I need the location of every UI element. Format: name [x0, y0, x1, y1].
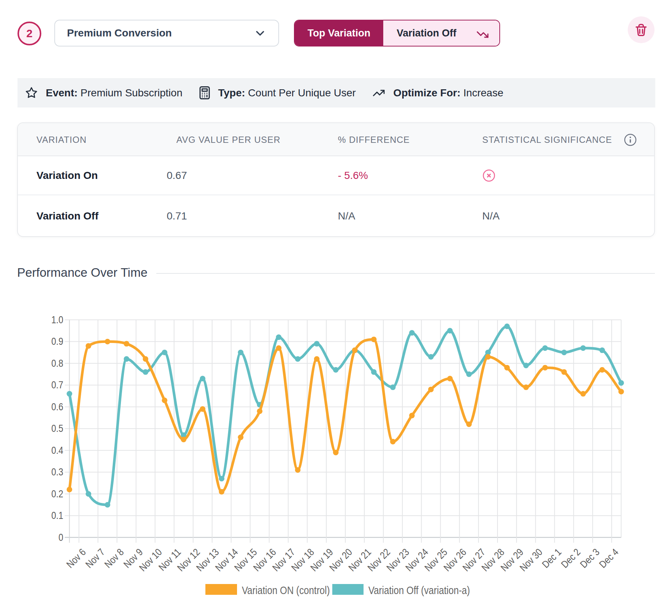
svg-text:0.4: 0.4 [51, 445, 63, 456]
svg-text:0.5: 0.5 [51, 423, 63, 434]
svg-text:Dec 2: Dec 2 [559, 546, 583, 570]
svg-text:Nov 6: Nov 6 [64, 546, 88, 570]
svg-text:0.7: 0.7 [51, 379, 63, 390]
svg-text:Nov 7: Nov 7 [83, 546, 107, 570]
svg-text:0.3: 0.3 [51, 466, 63, 477]
svg-text:Nov 8: Nov 8 [102, 546, 126, 570]
svg-text:0.6: 0.6 [51, 401, 63, 412]
svg-text:Dec 1: Dec 1 [540, 546, 563, 570]
svg-text:0.8: 0.8 [51, 357, 63, 369]
svg-text:0.2: 0.2 [51, 488, 63, 499]
svg-text:0.9: 0.9 [51, 336, 63, 347]
svg-text:Dec 4: Dec 4 [597, 546, 621, 570]
svg-text:0: 0 [58, 532, 63, 543]
svg-text:1.0: 1.0 [51, 314, 63, 325]
svg-text:Dec 3: Dec 3 [578, 546, 602, 570]
svg-text:Variation ON (control): Variation ON (control) [242, 584, 330, 596]
svg-text:0.1: 0.1 [51, 510, 63, 521]
svg-text:Variation Off (variation-a): Variation Off (variation-a) [368, 584, 470, 596]
